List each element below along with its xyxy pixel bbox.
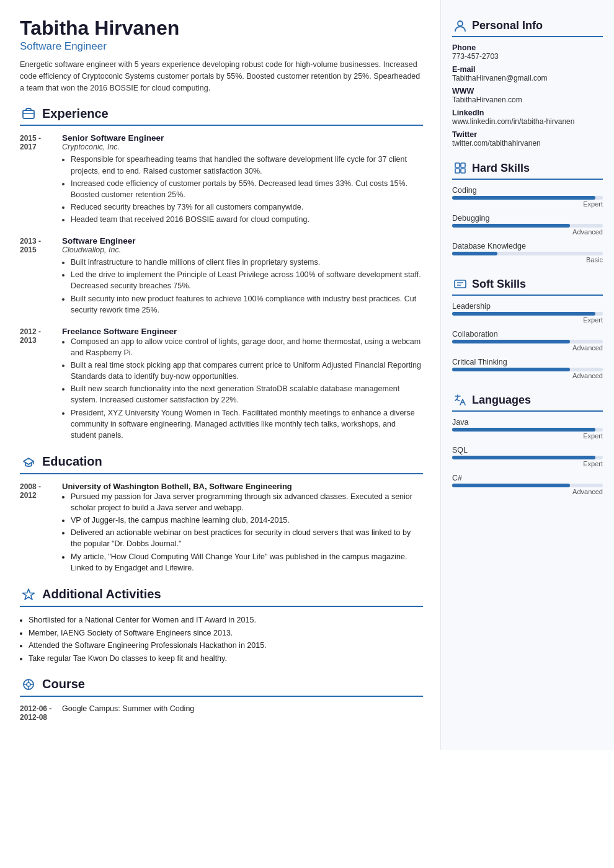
exp-dates: 2012 -2013: [20, 327, 62, 442]
experience-entry: 2013 -2015 Software Engineer Cloudwallop…: [20, 236, 423, 317]
exp-bullets: Composed an app to allow voice control o…: [62, 336, 423, 441]
course-section: Course 2012-06 -2012-08 Google Campus: S…: [20, 676, 423, 722]
skill-item: C# Advanced: [452, 474, 603, 495]
skill-level: Expert: [452, 460, 603, 467]
exp-dates: 2015 -2017: [20, 133, 62, 226]
exp-bullet: Increased code efficiency of customer po…: [71, 178, 423, 200]
twitter-row: Twitter twitter.com/tabithahirvanen: [452, 130, 603, 148]
exp-bullet: Led the drive to implement the Principle…: [71, 269, 423, 291]
edu-bullets: Pursued my passion for Java server progr…: [62, 491, 423, 574]
education-label: Education: [42, 454, 102, 469]
experience-entry: 2012 -2013 Freelance Software Engineer C…: [20, 327, 423, 442]
hard-skills-label: Hard Skills: [472, 162, 530, 175]
skill-level: Expert: [452, 200, 603, 208]
soft-skills-header: Soft Skills: [452, 276, 603, 296]
svg-point-5: [27, 683, 30, 686]
edu-bullet: Delivered an actionable webinar on best …: [71, 527, 423, 549]
languages-header: Languages: [452, 392, 603, 412]
exp-content: Software Engineer Cloudwallop, Inc. Buil…: [62, 236, 423, 317]
skill-bar-bg: [452, 368, 603, 371]
exp-bullet: Built security into new product features…: [71, 293, 423, 316]
job-title: Senior Software Engineer: [62, 133, 423, 143]
email-row: E-mail TabithaHirvanen@gmail.com: [452, 65, 603, 82]
skill-bar-fill: [452, 484, 570, 487]
activities-icon: [20, 586, 37, 603]
svg-rect-13: [455, 169, 460, 173]
linkedin-value: www.linkedin.com/in/tabitha-hirvanen: [452, 117, 603, 126]
skill-bar-fill: [452, 340, 570, 343]
skill-level: Advanced: [452, 372, 603, 379]
activity-item: Shortlisted for a National Center for Wo…: [29, 614, 423, 626]
email-label: E-mail: [452, 65, 603, 74]
edu-content: University of Washington Bothell, BA, So…: [62, 482, 423, 575]
skill-name: Leadership: [452, 302, 603, 311]
skill-item: SQL Expert: [452, 446, 603, 467]
education-icon: [20, 453, 37, 471]
exp-bullet: Built infrastructure to handle millions …: [71, 257, 423, 268]
course-name: Google Campus: Summer with Coding: [62, 704, 194, 722]
www-value: TabithaHirvanen.com: [452, 95, 603, 104]
exp-bullet: Responsible for spearheading teams that …: [71, 154, 423, 176]
education-header: Education: [20, 453, 423, 474]
skill-item: Coding Expert: [452, 186, 603, 208]
hard-skills-section: Hard Skills Coding Expert Debugging Adva…: [452, 160, 603, 264]
skill-name: C#: [452, 474, 603, 482]
experience-entry: 2015 -2017 Senior Software Engineer Cryp…: [20, 133, 423, 226]
course-header: Course: [20, 676, 423, 697]
exp-bullet: Reduced security breaches by 73% for all…: [71, 202, 423, 213]
skill-name: Java: [452, 418, 603, 427]
skill-bar-bg: [452, 428, 603, 432]
skill-name: Debugging: [452, 214, 603, 223]
linkedin-row: LinkedIn www.linkedin.com/in/tabitha-hir…: [452, 108, 603, 126]
activities-header: Additional Activities: [20, 586, 423, 607]
www-label: WWW: [452, 87, 603, 95]
skill-bar-fill: [452, 456, 595, 459]
twitter-label: Twitter: [452, 130, 603, 139]
edu-bullet: VP of Jugger-Is, the campus machine lear…: [71, 515, 423, 526]
svg-point-10: [458, 21, 463, 26]
exp-bullet: Headed team that received 2016 BOSSIE aw…: [71, 214, 423, 225]
exp-bullet: President, XYZ University Young Women in…: [71, 407, 423, 441]
skill-level: Basic: [452, 256, 603, 264]
twitter-value: twitter.com/tabithahirvanen: [452, 139, 603, 148]
experience-header: Experience: [20, 105, 423, 126]
phone-row: Phone 773-457-2703: [452, 43, 603, 61]
company-name: Cloudwallop, Inc.: [62, 246, 423, 254]
job-title: Freelance Software Engineer: [62, 327, 423, 336]
edu-bullet: Pursued my passion for Java server progr…: [71, 491, 423, 513]
skill-item: Java Expert: [452, 418, 603, 440]
activities-label: Additional Activities: [42, 587, 161, 601]
course-dates: 2012-06 -2012-08: [20, 704, 62, 722]
education-entry: 2008 -2012 University of Washington Both…: [20, 482, 423, 575]
exp-bullet: Built a real time stock picking app that…: [71, 360, 423, 382]
skill-bar-fill: [452, 224, 570, 228]
education-section: Education 2008 -2012 University of Washi…: [20, 453, 423, 575]
edu-dates: 2008 -2012: [20, 482, 62, 575]
www-row: WWW TabithaHirvanen.com: [452, 87, 603, 104]
company-name: Cryptoconic, Inc.: [62, 143, 423, 151]
experience-label: Experience: [42, 107, 109, 121]
course-entry: 2012-06 -2012-08 Google Campus: Summer w…: [20, 704, 423, 722]
skill-bar-fill: [452, 196, 595, 200]
languages-list: Java Expert SQL Expert C# Advanced: [452, 418, 603, 495]
skill-name: Critical Thinking: [452, 358, 603, 366]
candidate-name: Tabitha Hirvanen: [20, 17, 423, 39]
hard-skills-header: Hard Skills: [452, 160, 603, 180]
skill-item: Debugging Advanced: [452, 214, 603, 236]
skill-item: Collaboration Advanced: [452, 330, 603, 352]
exp-bullets: Built infrastructure to handle millions …: [62, 257, 423, 316]
svg-rect-0: [23, 110, 34, 118]
edu-bullet: My article, "How Cloud Computing Will Ch…: [71, 551, 423, 574]
job-title: Software Engineer: [62, 236, 423, 246]
languages-label: Languages: [472, 394, 531, 407]
skill-bar-fill: [452, 368, 570, 371]
svg-rect-11: [455, 163, 460, 167]
course-list: 2012-06 -2012-08 Google Campus: Summer w…: [20, 704, 423, 722]
degree-title: University of Washington Bothell, BA, So…: [62, 482, 423, 491]
education-list: 2008 -2012 University of Washington Both…: [20, 482, 423, 575]
svg-rect-15: [455, 280, 466, 288]
summary-text: Energetic software engineer with 5 years…: [20, 59, 423, 94]
skill-bar-bg: [452, 340, 603, 343]
skill-bar-bg: [452, 312, 603, 316]
skill-name: Collaboration: [452, 330, 603, 339]
